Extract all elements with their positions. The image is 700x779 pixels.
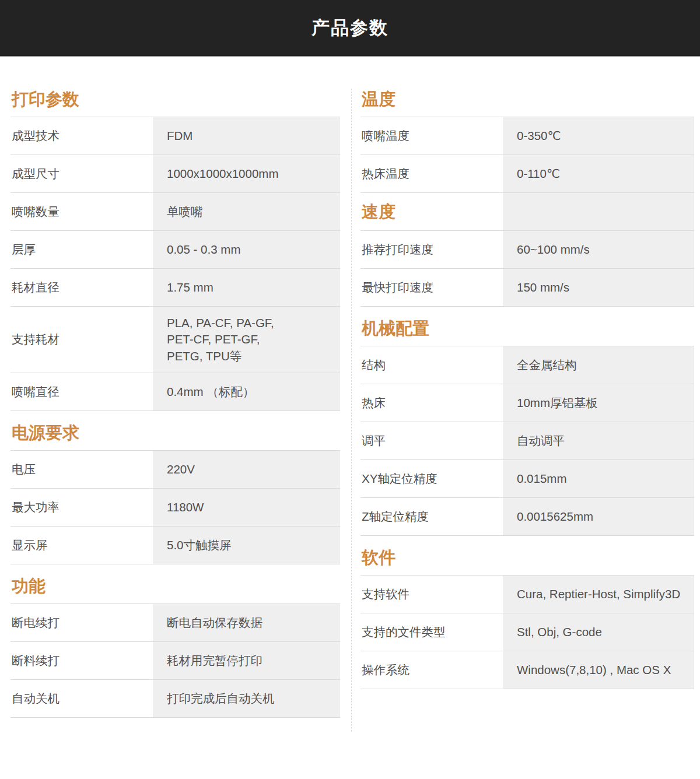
row-label: 热床温度 bbox=[360, 155, 503, 192]
row-value: 0.015mm bbox=[503, 460, 694, 497]
row-label: 支持耗材 bbox=[10, 307, 153, 373]
row-value: 220V bbox=[153, 451, 340, 488]
row-value: 0-350℃ bbox=[503, 117, 694, 155]
row-label: 结构 bbox=[360, 346, 503, 384]
row-value: 60~100 mm/s bbox=[503, 231, 694, 268]
row-value: 0.0015625mm bbox=[503, 498, 694, 535]
row-value: 断电自动保存数据 bbox=[153, 604, 340, 641]
row-label: 耗材直径 bbox=[10, 269, 153, 306]
row-label: 成型技术 bbox=[10, 117, 153, 155]
page-title: 产品参数 bbox=[312, 16, 388, 40]
table-row: 热床 10mm厚铝基板 bbox=[360, 384, 694, 422]
row-value: 自动调平 bbox=[503, 422, 694, 459]
section-title: 打印参数 bbox=[12, 90, 340, 108]
table-row: 成型技术 FDM bbox=[10, 117, 340, 155]
row-label: 喷嘴温度 bbox=[360, 117, 503, 155]
section-title: 速度 bbox=[362, 203, 396, 221]
row-label: XY轴定位精度 bbox=[360, 460, 503, 497]
table-row: 操作系统 Windows(7,8,10) , Mac OS X bbox=[360, 651, 694, 689]
row-label: 热床 bbox=[360, 384, 503, 422]
row-value: 5.0寸触摸屏 bbox=[153, 527, 340, 564]
row-label: 操作系统 bbox=[360, 651, 503, 689]
table-row: 支持耗材 PLA, PA-CF, PA-GF, PET-CF, PET-GF, … bbox=[10, 307, 340, 373]
row-value: 10mm厚铝基板 bbox=[503, 384, 694, 422]
section-print-params: 打印参数 成型技术 FDM 成型尺寸 1000x1000x1000mm 喷嘴数量… bbox=[10, 90, 340, 411]
table-row: 最快打印速度 150 mm/s bbox=[360, 269, 694, 307]
row-value: PLA, PA-CF, PA-GF, PET-CF, PET-GF, PETG,… bbox=[153, 307, 340, 373]
table-row: 喷嘴数量 单喷嘴 bbox=[10, 193, 340, 231]
section-software: 软件 支持软件 Cura, Reptier-Host, Simplify3D 支… bbox=[360, 549, 694, 689]
column-divider bbox=[351, 89, 352, 732]
table-row: 喷嘴直径 0.4mm （标配） bbox=[10, 373, 340, 411]
row-value: 150 mm/s bbox=[503, 269, 694, 306]
table-row: Z轴定位精度 0.0015625mm bbox=[360, 498, 694, 536]
row-label: 电压 bbox=[10, 451, 153, 488]
row-label: 成型尺寸 bbox=[10, 155, 153, 192]
row-value: 1180W bbox=[153, 489, 340, 526]
table-row: 断料续打 耗材用完暂停打印 bbox=[10, 642, 340, 680]
row-label: 支持软件 bbox=[360, 576, 503, 613]
spec-table: 结构 全金属结构 热床 10mm厚铝基板 调平 自动调平 XY轴定位精度 0.0… bbox=[360, 346, 694, 536]
section-title: 机械配置 bbox=[362, 320, 694, 338]
table-row: 支持的文件类型 Stl, Obj, G-code bbox=[360, 613, 694, 651]
row-value: 耗材用完暂停打印 bbox=[153, 642, 340, 679]
section-title: 软件 bbox=[362, 549, 694, 567]
table-row: XY轴定位精度 0.015mm bbox=[360, 460, 694, 498]
table-row-embedded-title: 速度 bbox=[360, 193, 694, 231]
row-label: 支持的文件类型 bbox=[360, 613, 503, 651]
table-row: 断电续打 断电自动保存数据 bbox=[10, 604, 340, 642]
section-title: 功能 bbox=[12, 577, 340, 595]
right-column: 温度 喷嘴温度 0-350℃ 热床温度 0-110℃ 速度 推荐打印速 bbox=[360, 90, 694, 718]
row-value: 1000x1000x1000mm bbox=[153, 155, 340, 192]
row-value: Cura, Reptier-Host, Simplify3D bbox=[503, 576, 694, 613]
section-mechanical: 机械配置 结构 全金属结构 热床 10mm厚铝基板 调平 自动调平 XY轴定位精… bbox=[360, 320, 694, 536]
left-column: 打印参数 成型技术 FDM 成型尺寸 1000x1000x1000mm 喷嘴数量… bbox=[10, 90, 340, 718]
row-label: 喷嘴直径 bbox=[10, 373, 153, 410]
section-functions: 功能 断电续打 断电自动保存数据 断料续打 耗材用完暂停打印 自动关机 打印完成… bbox=[10, 577, 340, 718]
table-row: 层厚 0.05 - 0.3 mm bbox=[10, 231, 340, 269]
row-label: 喷嘴数量 bbox=[10, 193, 153, 230]
table-row: 推荐打印速度 60~100 mm/s bbox=[360, 231, 694, 269]
table-row: 喷嘴温度 0-350℃ bbox=[360, 117, 694, 155]
row-value: 单喷嘴 bbox=[153, 193, 340, 230]
row-label: 自动关机 bbox=[10, 680, 153, 717]
spec-table: 支持软件 Cura, Reptier-Host, Simplify3D 支持的文… bbox=[360, 575, 694, 689]
row-label: 速度 bbox=[360, 193, 503, 230]
row-label: 最快打印速度 bbox=[360, 269, 503, 306]
spec-table: 电压 220V 最大功率 1180W 显示屏 5.0寸触摸屏 bbox=[10, 450, 340, 564]
row-value: 0-110℃ bbox=[503, 155, 694, 192]
table-row: 自动关机 打印完成后自动关机 bbox=[10, 680, 340, 718]
row-value: FDM bbox=[153, 117, 340, 155]
spec-columns: 打印参数 成型技术 FDM 成型尺寸 1000x1000x1000mm 喷嘴数量… bbox=[0, 57, 700, 718]
spec-table: 喷嘴温度 0-350℃ 热床温度 0-110℃ 速度 推荐打印速度 60~100… bbox=[360, 117, 694, 307]
row-value: 0.4mm （标配） bbox=[153, 373, 340, 410]
table-row: 结构 全金属结构 bbox=[360, 346, 694, 384]
row-label: 断料续打 bbox=[10, 642, 153, 679]
row-label: 调平 bbox=[360, 422, 503, 459]
row-label: 最大功率 bbox=[10, 489, 153, 526]
table-row: 支持软件 Cura, Reptier-Host, Simplify3D bbox=[360, 576, 694, 613]
row-value: Windows(7,8,10) , Mac OS X bbox=[503, 651, 694, 689]
row-label: Z轴定位精度 bbox=[360, 498, 503, 535]
row-value: 全金属结构 bbox=[503, 346, 694, 384]
section-title: 温度 bbox=[362, 90, 694, 108]
row-label: 推荐打印速度 bbox=[360, 231, 503, 268]
section-power: 电源要求 电压 220V 最大功率 1180W 显示屏 5.0寸触摸屏 bbox=[10, 424, 340, 564]
table-row: 最大功率 1180W bbox=[10, 489, 340, 527]
table-row: 显示屏 5.0寸触摸屏 bbox=[10, 527, 340, 564]
table-row: 调平 自动调平 bbox=[360, 422, 694, 460]
row-value-empty bbox=[503, 193, 694, 230]
spec-table: 成型技术 FDM 成型尺寸 1000x1000x1000mm 喷嘴数量 单喷嘴 … bbox=[10, 117, 340, 411]
section-temperature-speed: 温度 喷嘴温度 0-350℃ 热床温度 0-110℃ 速度 推荐打印速 bbox=[360, 90, 694, 307]
spec-table: 断电续打 断电自动保存数据 断料续打 耗材用完暂停打印 自动关机 打印完成后自动… bbox=[10, 603, 340, 718]
row-label: 断电续打 bbox=[10, 604, 153, 641]
table-row: 成型尺寸 1000x1000x1000mm bbox=[10, 155, 340, 193]
header-bar: 产品参数 bbox=[0, 0, 700, 57]
table-row: 电压 220V bbox=[10, 451, 340, 489]
section-title: 电源要求 bbox=[12, 424, 340, 442]
table-row: 耗材直径 1.75 mm bbox=[10, 269, 340, 307]
row-label: 显示屏 bbox=[10, 527, 153, 564]
table-row: 热床温度 0-110℃ bbox=[360, 155, 694, 193]
row-value: 打印完成后自动关机 bbox=[153, 680, 340, 717]
row-value: 0.05 - 0.3 mm bbox=[153, 231, 340, 268]
